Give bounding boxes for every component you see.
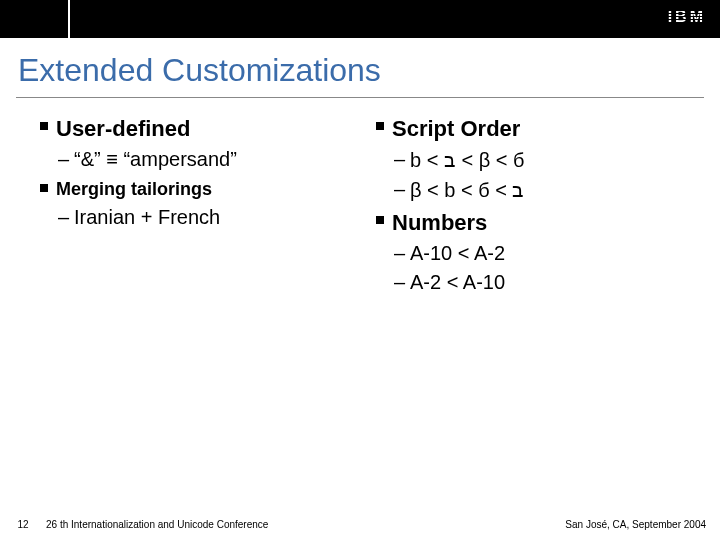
bullet-text: User-defined xyxy=(56,116,190,141)
square-bullet-icon xyxy=(376,216,384,224)
top-bar xyxy=(0,0,720,38)
sub-order-1: b < ב < β < б xyxy=(394,148,700,172)
slide-body: User-defined “&” ≡ “ampersand” Merging t… xyxy=(0,98,720,300)
bullet-merging: Merging tailorings xyxy=(40,179,370,200)
top-bar-right xyxy=(70,0,720,38)
bullet-user-defined: User-defined xyxy=(40,116,370,142)
page-number: 12 xyxy=(0,519,46,530)
bullet-text: Script Order xyxy=(392,116,520,141)
square-bullet-icon xyxy=(40,184,48,192)
top-bar-left xyxy=(0,0,70,38)
ibm-logo-text: IBM xyxy=(668,8,706,26)
right-column: Script Order b < ב < β < б β < b < б < ב… xyxy=(370,108,700,300)
sub-num-2: A-2 < A-10 xyxy=(394,271,700,294)
sub-ampersand: “&” ≡ “ampersand” xyxy=(58,148,370,171)
left-column: User-defined “&” ≡ “ampersand” Merging t… xyxy=(40,108,370,300)
square-bullet-icon xyxy=(376,122,384,130)
sub-num-1: A-10 < A-2 xyxy=(394,242,700,265)
square-bullet-icon xyxy=(40,122,48,130)
bullet-text: Numbers xyxy=(392,210,487,235)
bullet-text: Merging tailorings xyxy=(56,179,212,199)
footer: 12 26 th Internationalization and Unicod… xyxy=(0,519,720,530)
slide-title: Extended Customizations xyxy=(0,38,720,93)
footer-title: 26 th Internationalization and Unicode C… xyxy=(46,519,565,530)
sub-order-2: β < b < б < ב xyxy=(394,178,700,202)
sub-iranian-french: Iranian + French xyxy=(58,206,370,229)
bullet-numbers: Numbers xyxy=(376,210,700,236)
bullet-script-order: Script Order xyxy=(376,116,700,142)
ibm-logo: IBM xyxy=(668,8,706,26)
footer-place: San José, CA, September 2004 xyxy=(565,519,720,530)
